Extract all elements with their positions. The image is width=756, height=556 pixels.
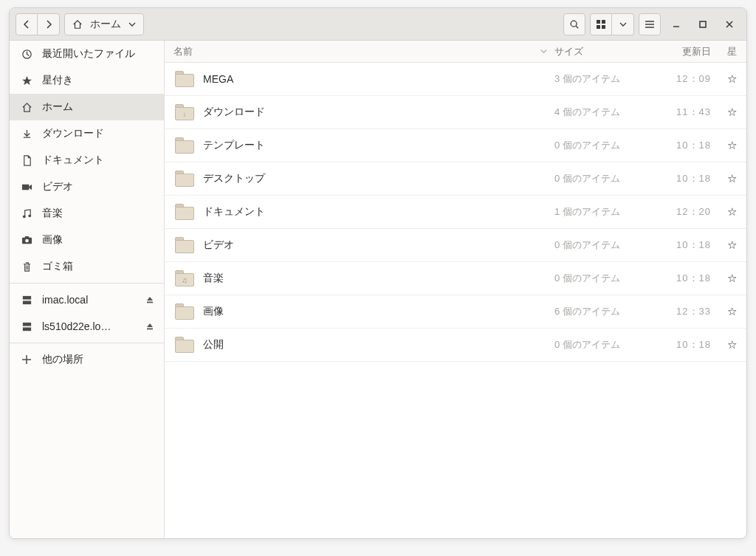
svg-rect-26	[22, 327, 30, 331]
file-size: 0 個のアイテム	[554, 338, 658, 351]
sidebar-item-videos[interactable]: ビデオ	[10, 174, 164, 200]
eject-button[interactable]	[142, 318, 158, 334]
star-toggle[interactable]: ☆	[717, 272, 746, 285]
svg-rect-14	[21, 184, 28, 190]
svg-rect-2	[597, 20, 600, 24]
svg-line-1	[576, 26, 578, 28]
main-pane: 名前 サイズ 更新日 星 MEGA 3 個のアイテム 12：09 ☆	[165, 41, 746, 538]
sidebar-separator	[10, 283, 164, 284]
sidebar-item-label: imac.local	[42, 294, 88, 306]
home-icon	[72, 19, 83, 30]
body: 最近開いたファイル 星付き ホーム ダウンロード	[10, 41, 746, 538]
file-name: 画像	[203, 305, 224, 318]
sidebar-item-pictures[interactable]: 画像	[10, 227, 164, 253]
star-icon	[20, 75, 33, 86]
close-button[interactable]	[718, 13, 740, 35]
file-date: 10：18	[658, 139, 717, 152]
document-icon	[20, 155, 33, 166]
view-menu-button[interactable]	[612, 13, 634, 35]
file-size: 0 個のアイテム	[554, 139, 658, 152]
file-date: 12：20	[658, 205, 717, 219]
music-icon	[20, 208, 33, 219]
sidebar-item-label: ドキュメント	[42, 154, 104, 167]
eject-button[interactable]	[142, 292, 158, 308]
star-toggle[interactable]: ☆	[717, 139, 746, 152]
star-toggle[interactable]: ☆	[717, 72, 746, 86]
sidebar-item-recent[interactable]: 最近開いたファイル	[10, 41, 164, 67]
file-size: 1 個のアイテム	[554, 205, 658, 219]
sidebar-item-label: 最近開いたファイル	[42, 47, 135, 61]
sidebar-item-other-locations[interactable]: 他の場所	[10, 346, 164, 373]
back-button[interactable]	[16, 13, 38, 35]
svg-rect-4	[597, 25, 600, 29]
sidebar-item-downloads[interactable]: ダウンロード	[10, 120, 164, 147]
sidebar-item-home[interactable]: ホーム	[10, 94, 164, 120]
maximize-button[interactable]	[692, 13, 714, 35]
file-date: 10：18	[658, 238, 717, 252]
file-list: MEGA 3 個のアイテム 12：09 ☆ ↓ ダウンロード 4 個のアイテム …	[165, 63, 746, 538]
file-size: 6 個のアイテム	[554, 305, 658, 318]
file-manager-window: ホーム	[9, 7, 747, 539]
file-size: 0 個のアイテム	[554, 172, 658, 185]
file-row[interactable]: 画像 6 個のアイテム 12：33 ☆	[165, 295, 746, 329]
svg-point-15	[22, 215, 25, 218]
file-row[interactable]: 公開 0 個のアイテム 10：18 ☆	[165, 329, 746, 362]
file-row[interactable]: ♫ 音楽 0 個のアイテム 10：18 ☆	[165, 262, 746, 295]
col-header-size[interactable]: サイズ	[554, 45, 658, 58]
sidebar-item-network-2[interactable]: ls510d22e.lo…	[10, 313, 164, 340]
hamburger-menu-button[interactable]	[639, 13, 661, 35]
maximize-icon	[698, 20, 707, 29]
server-icon	[20, 321, 33, 332]
sidebar-item-network-1[interactable]: imac.local	[10, 286, 164, 313]
star-toggle[interactable]: ☆	[717, 172, 746, 185]
sidebar-separator	[10, 343, 164, 343]
file-row[interactable]: ↓ ダウンロード 4 個のアイテム 11：43 ☆	[165, 96, 746, 129]
chevron-left-icon	[22, 20, 31, 29]
caret-down-icon	[619, 21, 627, 28]
file-name: ビデオ	[203, 238, 234, 252]
sidebar-item-documents[interactable]: ドキュメント	[10, 147, 164, 174]
sidebar-item-trash[interactable]: ゴミ箱	[10, 253, 164, 280]
file-row[interactable]: テンプレート 0 個のアイテム 10：18 ☆	[165, 129, 746, 162]
eject-icon	[145, 295, 154, 304]
sidebar-item-label: ホーム	[42, 100, 73, 114]
minimize-button[interactable]	[665, 13, 687, 35]
file-date: 11：43	[658, 106, 717, 119]
forward-button[interactable]	[38, 13, 60, 35]
star-toggle[interactable]: ☆	[717, 238, 746, 252]
star-toggle[interactable]: ☆	[717, 338, 746, 351]
file-date: 12：33	[658, 305, 717, 318]
col-header-star[interactable]: 星	[717, 45, 746, 58]
caret-down-icon	[128, 21, 136, 28]
file-size: 0 個のアイテム	[554, 272, 658, 285]
star-toggle[interactable]: ☆	[717, 205, 746, 219]
file-row[interactable]: MEGA 3 個のアイテム 12：09 ☆	[165, 63, 746, 96]
folder-icon	[175, 237, 194, 253]
path-bar[interactable]: ホーム	[64, 13, 144, 35]
close-icon	[725, 20, 734, 29]
col-header-date[interactable]: 更新日	[658, 45, 717, 58]
file-row[interactable]: ビデオ 0 個のアイテム 10：18 ☆	[165, 229, 746, 262]
file-row[interactable]: デスクトップ 0 個のアイテム 10：18 ☆	[165, 162, 746, 196]
star-toggle[interactable]: ☆	[717, 305, 746, 318]
file-date: 10：18	[658, 172, 717, 185]
sidebar-item-music[interactable]: 音楽	[10, 200, 164, 227]
trash-icon	[20, 261, 33, 272]
col-header-name[interactable]: 名前	[165, 45, 554, 58]
file-row[interactable]: ドキュメント 1 個のアイテム 12：20 ☆	[165, 196, 746, 229]
clock-icon	[20, 49, 33, 60]
file-date: 10：18	[658, 338, 717, 351]
search-icon	[569, 19, 580, 30]
file-size: 4 個のアイテム	[554, 106, 658, 119]
folder-icon	[175, 171, 194, 187]
grid-view-button[interactable]	[590, 13, 612, 35]
sidebar-item-starred[interactable]: 星付き	[10, 67, 164, 94]
folder-icon: ↓	[175, 104, 194, 120]
star-toggle[interactable]: ☆	[717, 106, 746, 119]
column-headers: 名前 サイズ 更新日 星	[165, 41, 746, 63]
svg-rect-3	[602, 20, 605, 24]
search-button[interactable]	[563, 13, 585, 35]
file-name: 音楽	[203, 272, 224, 285]
svg-rect-25	[22, 322, 30, 326]
file-name: テンプレート	[203, 139, 265, 152]
